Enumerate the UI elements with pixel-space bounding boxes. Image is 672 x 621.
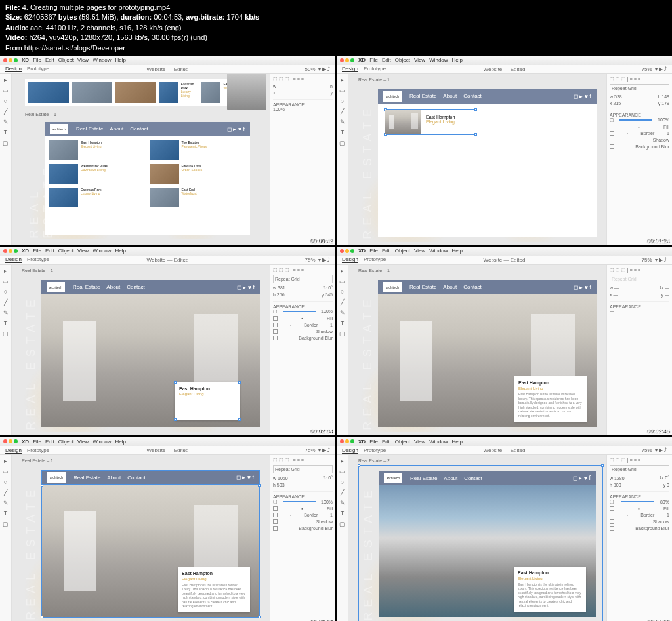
pen-tool[interactable]: ✎ bbox=[3, 119, 9, 125]
app-header: DesignPrototype Website — Edited 50%▾ ▶ … bbox=[0, 65, 335, 74]
social-icons[interactable]: ◻ ▸ ♥ f bbox=[227, 126, 245, 132]
toolbar: ▸ ▭ ○ ╱ ✎ T ▢ bbox=[0, 74, 12, 245]
tab-prototype[interactable]: Prototype bbox=[27, 66, 49, 72]
thumbnail-grid: XDFileEditObjectViewWindowHelp DesignPro… bbox=[0, 56, 672, 621]
artboard-tool[interactable]: ▢ bbox=[3, 140, 9, 146]
rect-tool[interactable]: ▭ bbox=[3, 87, 9, 94]
text-tool[interactable]: T bbox=[3, 129, 9, 136]
tab-design[interactable]: Design bbox=[5, 66, 22, 72]
panel-4: XDFileEditObjectViewWindowHelp DesignPro… bbox=[337, 247, 672, 436]
select-tool[interactable]: ▸ bbox=[3, 77, 9, 83]
mac-menubar: XDFileEditObjectViewWindowHelp bbox=[0, 56, 335, 65]
line-tool[interactable]: ╱ bbox=[3, 108, 9, 115]
metadata-header: File: 4. Creating multiple pages for pro… bbox=[0, 0, 672, 56]
panel-1: XDFileEditObjectViewWindowHelp DesignPro… bbox=[0, 56, 335, 245]
canvas[interactable]: Eastman ParkLuxury Living East EndWaterf… bbox=[12, 74, 270, 245]
panel-2: XDFileEditObjectViewWindowHelp DesignPro… bbox=[337, 56, 672, 245]
panel-6: XDFileEditObjectViewWindowHelp DesignPro… bbox=[337, 437, 672, 621]
logo: architech bbox=[50, 124, 68, 134]
panel-5: XDFileEditObjectViewWindowHelp DesignPro… bbox=[0, 437, 335, 621]
properties-panel: ⬚ ⬚ ⬚ | ≡ ≡ ≡ wh xy APPEARANCE 100% bbox=[270, 74, 335, 245]
ellipse-tool[interactable]: ○ bbox=[3, 98, 9, 104]
panel-3: XDFileEditObjectViewWindowHelp DesignPro… bbox=[0, 247, 335, 436]
